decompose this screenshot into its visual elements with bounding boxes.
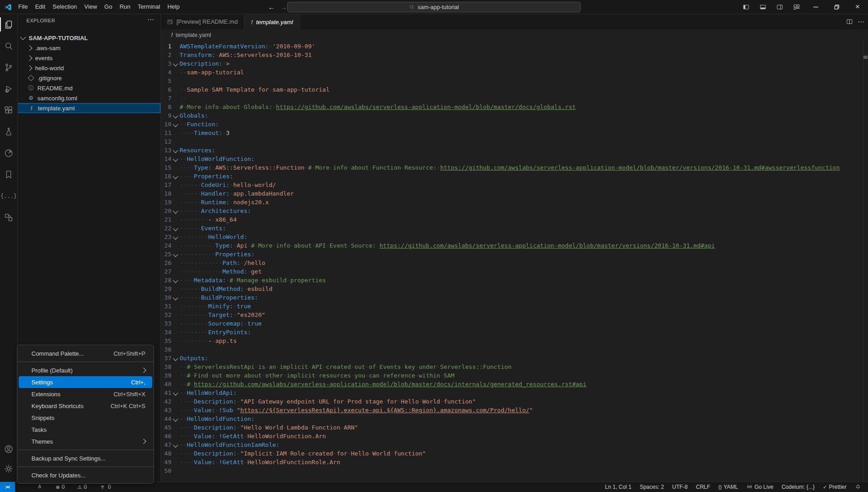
fold-chevron-icon[interactable] — [173, 390, 178, 395]
remote-indicator[interactable]: >< — [0, 482, 15, 492]
editor-scrollbar[interactable] — [863, 40, 868, 482]
menubar-item-help[interactable]: Help — [164, 0, 183, 14]
menu-item-settings[interactable]: SettingsCtrl+, — [19, 376, 152, 388]
explorer-more-actions-icon[interactable]: ⋯ — [147, 16, 154, 24]
fold-chevron-icon[interactable] — [173, 122, 178, 127]
status-yaml[interactable]: {}YAML — [716, 484, 740, 490]
status-bell[interactable] — [852, 484, 863, 490]
status-go-live[interactable]: Go Live — [744, 484, 775, 490]
fold-chevron-icon[interactable] — [173, 148, 178, 153]
code-area[interactable]: 1AWSTemplateFormatVersion:·'2010-09-09'2… — [160, 40, 868, 482]
fold-chevron-icon[interactable] — [173, 174, 178, 179]
tree-item-events[interactable]: events — [17, 53, 160, 63]
status-utf-8[interactable]: UTF-8 — [670, 484, 690, 490]
menubar-item-view[interactable]: View — [81, 0, 101, 14]
scrollbar-thumb[interactable] — [863, 56, 868, 59]
status-0[interactable]: 0 — [97, 484, 113, 490]
settings-gear-icon[interactable] — [0, 459, 17, 478]
toggle-primary-sidebar-icon[interactable] — [738, 0, 754, 14]
snippets-braces-icon[interactable]: {...} — [0, 185, 17, 207]
search-icon[interactable] — [0, 35, 17, 57]
tree-item-README.md[interactable]: ⓘREADME.md — [17, 83, 160, 93]
menu-item-backup-and-sync-settings[interactable]: Backup and Sync Settings... — [19, 452, 152, 464]
remote-explorer-icon[interactable] — [0, 207, 17, 228]
tree-item-hello-world[interactable]: hello-world — [17, 63, 160, 73]
fold-chevron-icon[interactable] — [173, 278, 178, 283]
explorer-icon[interactable] — [0, 14, 17, 35]
tree-item-.aws-sam[interactable]: .aws-sam — [17, 43, 160, 53]
run-debug-icon[interactable] — [0, 78, 17, 99]
menubar-item-go[interactable]: Go — [101, 0, 116, 14]
fold-chevron-icon[interactable] — [173, 208, 178, 213]
command-center-search[interactable]: sam-app-tutorial — [287, 2, 581, 12]
fold-chevron-icon[interactable] — [173, 61, 178, 66]
live-preview-icon[interactable] — [0, 142, 17, 164]
status-0[interactable]: ⚠0 — [75, 484, 89, 490]
status-crlf[interactable]: CRLF — [694, 484, 713, 490]
menu-item-snippets[interactable]: Snippets — [19, 412, 152, 424]
vscode-logo-icon — [4, 3, 12, 11]
code-line-48: 48····Description:·"Implicit·IAM·Role·cr… — [160, 449, 868, 458]
menu-item-command-palette[interactable]: Command Palette...Ctrl+Shift+P — [19, 347, 152, 359]
tree-root-sam-app-tutorial[interactable]: SAM-APP-TUTORIAL — [17, 33, 160, 43]
restore-button[interactable] — [826, 0, 847, 14]
fold-chevron-icon[interactable] — [173, 156, 178, 161]
fold-chevron-icon[interactable] — [173, 442, 178, 447]
editor-group: [Preview] README.md!template.yaml ⋯ ! te… — [160, 14, 868, 482]
fold-chevron-icon[interactable] — [173, 252, 178, 257]
fold-chevron-icon[interactable] — [173, 113, 178, 118]
status-rocket[interactable] — [34, 484, 45, 490]
menubar-item-file[interactable]: File — [15, 0, 31, 14]
tree-item-samconfig.toml[interactable]: ⚙samconfig.toml — [17, 93, 160, 103]
fold-chevron-icon[interactable] — [173, 356, 178, 361]
code-line-20: 20······Architectures: — [160, 207, 868, 215]
tree-item-.gitignore[interactable]: .gitignore — [17, 73, 160, 83]
link[interactable]: https://github.com/awslabs/serverless-ap… — [194, 381, 586, 388]
testing-icon[interactable] — [0, 121, 17, 142]
menubar-item-edit[interactable]: Edit — [31, 0, 49, 14]
code-line-15: 15····Type:·AWS::Serverless::Function·#·… — [160, 163, 868, 172]
menu-item-profile-default[interactable]: Profile (Default) — [19, 364, 152, 376]
code-line-42: 42····Description:·"API·Gateway·endpoint… — [160, 397, 868, 406]
fold-chevron-icon[interactable] — [173, 416, 178, 421]
menubar-item-terminal[interactable]: Terminal — [134, 0, 164, 14]
tab--preview-readme.md[interactable]: [Preview] README.md — [160, 14, 244, 30]
nav-back-arrow[interactable]: ← — [268, 3, 275, 11]
fold-chevron-icon[interactable] — [173, 295, 178, 300]
menu-item-themes[interactable]: Themes — [19, 435, 152, 447]
fold-chevron-icon[interactable] — [173, 226, 178, 231]
link[interactable]: https://${ServerlessRestApi}.execute-api… — [240, 407, 529, 414]
source-control-icon[interactable] — [0, 57, 17, 78]
status-prettier[interactable]: ✓Prettier — [821, 484, 849, 490]
submenu-chevron-icon — [141, 439, 146, 444]
status-ln-1-col-1[interactable]: Ln 1, Col 1 — [603, 484, 634, 490]
bookmarks-icon[interactable] — [0, 164, 17, 185]
menubar-item-selection[interactable]: Selection — [49, 0, 80, 14]
minimize-button[interactable] — [805, 0, 826, 14]
toggle-secondary-sidebar-icon[interactable] — [771, 0, 788, 14]
breadcrumb[interactable]: ! template.yaml — [160, 30, 868, 40]
menubar-item-run[interactable]: Run — [116, 0, 134, 14]
tree-item-template.yaml[interactable]: !template.yaml — [17, 103, 160, 113]
link[interactable]: https://github.com/awslabs/serverless-ap… — [440, 164, 840, 171]
menu-item-keyboard-shortcuts[interactable]: Keyboard ShortcutsCtrl+K Ctrl+S — [19, 400, 152, 412]
status-0[interactable]: ⊗0 — [53, 484, 67, 490]
fold-chevron-icon[interactable] — [173, 234, 178, 239]
link[interactable]: https://github.com/awslabs/serverless-ap… — [276, 104, 575, 110]
status-codeium[interactable]: Codeium: {...} — [779, 484, 817, 490]
customize-layout-icon[interactable] — [788, 0, 805, 14]
menu-item-extensions[interactable]: ExtensionsCtrl+Shift+X — [19, 388, 152, 400]
tab-template.yaml[interactable]: !template.yaml — [244, 14, 300, 30]
status-spaces-2[interactable]: Spaces: 2 — [637, 484, 666, 490]
code-line-46: 46····Value:·!GetAtt·HelloWorldFunction.… — [160, 432, 868, 440]
menu-item-check-for-updates[interactable]: Check for Updates... — [19, 469, 152, 481]
editor-more-actions-icon[interactable]: ⋯ — [858, 18, 864, 26]
split-editor-icon[interactable] — [846, 18, 853, 25]
menu-item-tasks[interactable]: Tasks — [19, 424, 152, 435]
accounts-icon[interactable] — [0, 439, 17, 459]
toggle-panel-icon[interactable] — [754, 0, 771, 14]
link[interactable]: https://github.com/awslabs/serverless-ap… — [379, 242, 715, 249]
extensions-icon[interactable] — [0, 99, 17, 121]
close-button[interactable]: × — [847, 0, 868, 14]
nav-forward-arrow[interactable]: → — [280, 3, 287, 11]
